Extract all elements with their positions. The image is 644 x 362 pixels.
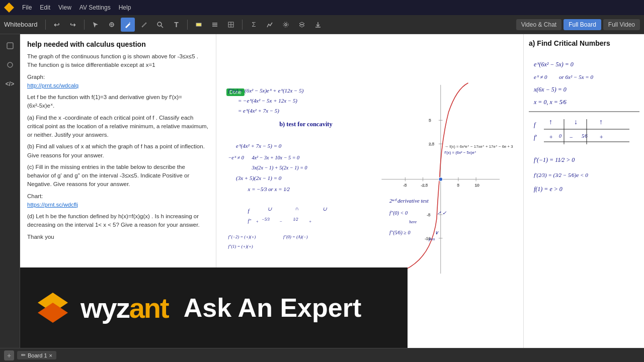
svg-text:f″(0) < 0: f″(0) < 0 — [389, 210, 408, 216]
video-chat-button[interactable]: Video & Chat — [516, 19, 562, 30]
app-bar: File Edit View AV Settings Help — [0, 0, 644, 15]
right-panel-title: a) Find Critical Numbers — [529, 39, 639, 47]
svg-text:10: 10 — [475, 183, 479, 188]
left-sidebar: </> — [0, 34, 20, 348]
svg-text:1⁄2: 1⁄2 — [293, 217, 299, 222]
menu-help[interactable]: Help — [119, 4, 131, 11]
sidebar-icon-3[interactable]: </> — [3, 76, 18, 92]
download-tool[interactable] — [311, 18, 325, 32]
svg-text:f″(5⁄6) ≥ 0: f″(5⁄6) ≥ 0 — [389, 230, 410, 236]
svg-text:f″(0) = (A)(−): f″(0) = (A)(−) — [283, 234, 308, 239]
right-panel: a) Find Critical Numbers eˣ(6x² − 5x) = … — [523, 34, 644, 348]
svg-text:∩: ∩ — [295, 206, 298, 211]
part-d-text: (d) Let h be the function defined by h(x… — [27, 212, 209, 230]
svg-text:-5: -5 — [427, 213, 431, 217]
graph-label: Graph: http://prnt.sc/wdcalq — [27, 73, 209, 90]
svg-text:f″(x) = (6x² − 5x)eˣ + eˣ(12x : f″(x) = (6x² − 5x)eˣ + eˣ(12x − 5) — [228, 87, 303, 94]
svg-text:4x² − 3x + 10x − 5 = 0: 4x² − 3x + 10x − 5 = 0 — [252, 155, 299, 160]
add-board-button[interactable]: + — [4, 350, 14, 360]
svg-text:eˣ(4x² + 7x − 5) = 0: eˣ(4x² + 7x − 5) = 0 — [236, 143, 282, 149]
full-video-button[interactable]: Full Video — [603, 19, 640, 30]
sidebar-icon-1[interactable] — [3, 38, 18, 53]
wyzant-banner: wyzant Ask An Expert — [20, 267, 408, 348]
menu-av-settings[interactable]: AV Settings — [79, 4, 111, 11]
select-tool[interactable] — [105, 18, 119, 32]
pointer-tool[interactable] — [89, 18, 103, 32]
wyzant-brand-wyz: wyz — [80, 292, 129, 324]
full-board-button[interactable]: Full Board — [564, 19, 601, 30]
svg-text:+: + — [309, 219, 312, 224]
chart-link[interactable]: https://prnt.sc/wdcflj — [27, 202, 78, 208]
svg-text:5: 5 — [429, 118, 431, 123]
svg-text:∪: ∪ — [268, 206, 272, 212]
layers-tool[interactable] — [295, 18, 309, 32]
undo-button[interactable]: ↩ — [50, 18, 64, 32]
svg-line-4 — [161, 26, 163, 28]
settings-tool[interactable] — [279, 18, 293, 32]
svg-text:f(1) = e > 0: f(1) = e > 0 — [534, 186, 562, 193]
svg-text:f″(−2) = (+)(+): f″(−2) = (+)(+) — [228, 234, 256, 239]
svg-rect-5 — [196, 23, 201, 26]
toolbar-separator-1 — [45, 20, 46, 30]
svg-text:= −eˣ(4x² − 5x + 12x − 5): = −eˣ(4x² − 5x + 12x − 5) — [238, 98, 297, 104]
question-title: help needed with calculus question — [27, 40, 209, 48]
sidebar-icon-2[interactable] — [3, 57, 18, 72]
toolbar-separator-4 — [242, 20, 243, 30]
svg-text:f′(−1) = 11⁄2 > 0: f′(−1) = 11⁄2 > 0 — [534, 156, 575, 163]
svg-text:pos: pos — [428, 236, 435, 241]
svg-text:−eˣ ≠ 0: −eˣ ≠ 0 — [228, 155, 244, 160]
svg-point-12 — [285, 24, 287, 26]
question-text-1: The graph of the continuous function g i… — [27, 52, 209, 70]
toolbar-title: Whiteboard — [4, 21, 37, 28]
svg-text:x = −5⁄3 or  x = 1⁄2: x = −5⁄3 or x = 1⁄2 — [248, 186, 290, 192]
redo-button[interactable]: ↪ — [66, 18, 80, 32]
pen-tool[interactable] — [121, 18, 135, 32]
svg-text:f′: f′ — [534, 134, 537, 141]
graph-tool[interactable] — [263, 18, 277, 32]
svg-text:2ⁿᵈ derivative test: 2ⁿᵈ derivative test — [389, 198, 429, 204]
lines-tool[interactable] — [208, 18, 222, 32]
sigma-tool[interactable]: Σ — [247, 18, 261, 32]
svg-text:2.5: 2.5 — [429, 142, 435, 146]
magnify-tool[interactable] — [153, 18, 167, 32]
svg-text:↑: ↑ — [549, 118, 552, 126]
menu-view[interactable]: View — [58, 4, 71, 11]
svg-text:+: + — [256, 219, 259, 224]
wyzant-brand-ant: ant — [129, 292, 169, 324]
thanks-text: Thank you — [27, 233, 209, 241]
svg-point-19 — [8, 62, 13, 67]
svg-text:eˣ(6x² − 5x) = 0: eˣ(6x² − 5x) = 0 — [534, 61, 574, 68]
bottom-bar: + ✏ Board 1 × — [0, 348, 644, 362]
pencil-tool[interactable] — [137, 18, 151, 32]
menu-edit[interactable]: Edit — [40, 4, 50, 11]
text-tool[interactable]: T — [169, 18, 183, 32]
table-tool[interactable] — [224, 18, 238, 32]
board-tab-1[interactable]: ✏ Board 1 × — [17, 351, 56, 359]
graph-link[interactable]: http://prnt.sc/wdcalq — [27, 82, 78, 88]
svg-text:+: + — [549, 134, 553, 141]
svg-marker-14 — [299, 22, 304, 25]
svg-text:5: 5 — [457, 183, 460, 188]
svg-text:↗ ✓: ↗ ✓ — [437, 210, 447, 216]
svg-text:f′(2⁄3) = (3⁄2 − 5⁄6)e < 0: f′(2⁄3) = (3⁄2 − 5⁄6)e < 0 — [534, 172, 588, 178]
svg-text:= eˣ(4x² + 7x − 5): = eˣ(4x² + 7x − 5) — [238, 108, 279, 114]
svg-text:eˣ ≠ 0: eˣ ≠ 0 — [534, 74, 547, 80]
svg-text:↓: ↓ — [574, 118, 578, 126]
svg-text:f″(1) = (+)(+): f″(1) = (+)(+) — [228, 244, 253, 249]
toolbar-separator-3 — [187, 20, 188, 30]
svg-point-61 — [439, 177, 443, 182]
menu-file[interactable]: File — [22, 4, 32, 11]
svg-text:∨: ∨ — [435, 230, 439, 235]
wyzant-logo-icon — [35, 290, 70, 325]
wyzant-text-logo: wyzant — [80, 292, 169, 324]
question-text-2: Let f be the function with f(1)=3 and de… — [27, 93, 209, 111]
header-right-buttons: Video & Chat Full Board Full Video — [516, 19, 640, 30]
board-tab-1-label: Board 1 — [28, 352, 47, 358]
board-tab-1-pencil-icon: ✏ — [21, 352, 26, 358]
chart-label: Chart: https://prnt.sc/wdcflj — [27, 192, 209, 210]
svg-marker-15 — [299, 24, 304, 27]
highlight-tool[interactable] — [192, 18, 206, 32]
svg-text:x(6x − 5) = 0: x(6x − 5) = 0 — [533, 86, 567, 93]
board-tab-1-close[interactable]: × — [49, 352, 52, 358]
svg-text:→ f(x) = 6x²eˣ − 17xeˣ + 17eˣ : → f(x) = 6x²eˣ − 17xeˣ + 17eˣ − 6e + 3 — [445, 144, 513, 149]
